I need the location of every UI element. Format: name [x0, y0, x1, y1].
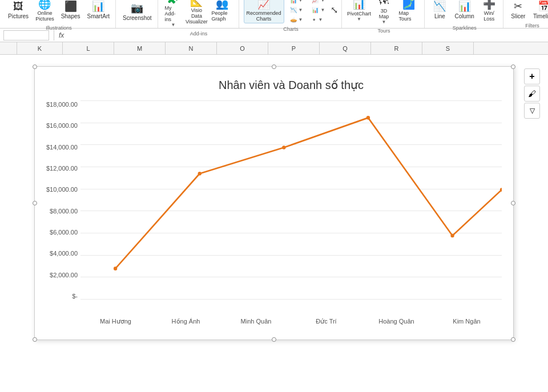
column-chart-arrow: ▼	[299, 0, 303, 3]
col-header-l[interactable]: L	[63, 42, 114, 54]
column-chart-button[interactable]: 📊 ▼	[287, 0, 307, 5]
my-add-ins-arrow: ▼	[171, 22, 176, 27]
y-label-0: $-	[38, 293, 78, 300]
col-header-s[interactable]: S	[422, 42, 474, 54]
data-point-2	[282, 146, 285, 149]
online-pictures-button[interactable]: 🌐 OnlinePictures	[33, 0, 57, 23]
win-loss-button[interactable]: ➕ Win/Loss	[479, 0, 499, 23]
3d-map-button[interactable]: 🗺 3DMap ▼	[373, 0, 394, 26]
smartart-button[interactable]: 📊 SmartArt	[85, 0, 112, 21]
y-label-5: $10,000.00	[38, 186, 78, 193]
pie-chart-arrow: ▼	[299, 17, 303, 22]
ribbon: 🖼 Pictures 🌐 OnlinePictures ⬛ Shapes 📊 S…	[0, 0, 548, 29]
3d-map-arrow: ▼	[382, 19, 386, 25]
filters-label: Filters	[525, 22, 539, 29]
tours-label: Tours	[377, 27, 390, 34]
pivot-chart-button[interactable]: 📊 PivotChart ▼	[346, 0, 371, 23]
main-content: Nhân viên và Doanh số thực $- $2,000.00 …	[0, 55, 548, 392]
illustrations-label: Illustrations	[46, 24, 72, 31]
visio-data-icon: 📐	[190, 0, 203, 7]
column-sparkline-button[interactable]: 📊 Column	[452, 0, 476, 21]
win-loss-icon: ➕	[483, 0, 495, 10]
chart-container[interactable]: Nhân viên và Doanh số thực $- $2,000.00 …	[34, 66, 514, 340]
y-label-4: $8,000.00	[38, 208, 78, 215]
data-point-4	[450, 234, 454, 238]
visio-data-button[interactable]: 📐 Visio DataVisualizer	[186, 0, 207, 26]
line-chart-arrow: ▼	[320, 0, 325, 3]
data-point-3	[366, 116, 370, 120]
y-label-3: $6,000.00	[38, 229, 78, 236]
column-headers: K L M N O P Q R S	[0, 42, 548, 55]
add-chart-element-button[interactable]: +	[524, 68, 540, 84]
map-tours-button[interactable]: 🗾 Map Tours	[396, 0, 421, 23]
line-chart-button[interactable]: 📈 ▼	[308, 0, 328, 5]
add-ins-items: 🧩 My Add-ins ▼ 📐 Visio DataVisualizer 👥 …	[163, 0, 235, 29]
line-sparkline-icon: 📉	[433, 1, 446, 13]
pivot-chart-arrow: ▼	[357, 17, 361, 22]
timeline-button[interactable]: 📅 Timeline	[531, 0, 548, 21]
y-axis: $- $2,000.00 $4,000.00 $6,000.00 $8,000.…	[38, 101, 78, 300]
people-graph-icon: 👥	[216, 0, 228, 10]
screenshot-icon: 📷	[131, 2, 143, 15]
chart-type-buttons: 📊 ▼ 📉 ▼ 🥧 ▼	[287, 0, 307, 24]
screenshot-button[interactable]: 📷 Screenshot	[120, 1, 154, 22]
scatter-chart-button[interactable]: ⚬ ▼	[308, 15, 328, 24]
column-chart-icon: 📊	[290, 0, 297, 3]
right-toolbar: + 🖌 ▽	[522, 66, 542, 121]
plus-icon: +	[529, 71, 534, 82]
x-label-1: Hồng Ánh	[151, 318, 221, 325]
bar-chart-button[interactable]: 📉 ▼	[287, 6, 307, 14]
people-graph-button[interactable]: 👥 People Graph	[209, 0, 235, 23]
chart-plot-area: $- $2,000.00 $4,000.00 $6,000.00 $8,000.…	[80, 101, 502, 300]
filter-icon: ▽	[530, 107, 535, 115]
expand-charts-icon[interactable]: ⤡	[331, 5, 338, 15]
col-header-k[interactable]: K	[17, 42, 63, 54]
filters-items: ✂ Slicer 📅 Timeline	[508, 0, 548, 21]
name-box[interactable]	[3, 30, 49, 41]
pie-chart-button[interactable]: 🥧 ▼	[287, 15, 307, 24]
chart-inner: Nhân viên và Doanh số thực $- $2,000.00 …	[35, 67, 513, 340]
col-header-q[interactable]: Q	[320, 42, 371, 54]
slicer-icon: ✂	[514, 1, 522, 13]
shapes-button[interactable]: ⬛ Shapes	[59, 0, 83, 21]
illustrations-items: 🖼 Pictures 🌐 OnlinePictures ⬛ Shapes 📊 S…	[6, 0, 112, 23]
chart-title: Nhân viên và Doanh số thực	[80, 78, 502, 92]
data-point-0	[114, 266, 117, 270]
pie-chart-icon: 🥧	[290, 17, 297, 23]
col-header-p[interactable]: P	[268, 42, 320, 54]
col-header-o[interactable]: O	[217, 42, 268, 54]
chart-line	[115, 118, 502, 268]
x-label-4: Hoàng Quân	[361, 318, 432, 325]
area-chart-button[interactable]: 📊 ▼	[308, 6, 328, 14]
x-label-0: Mai Hương	[80, 318, 151, 325]
bar-chart-icon: 📉	[290, 7, 297, 13]
data-point-1	[198, 172, 202, 176]
pictures-button[interactable]: 🖼 Pictures	[6, 0, 31, 21]
x-label-2: Minh Quân	[221, 318, 291, 325]
y-label-6: $12,000.00	[38, 165, 78, 172]
tours-group: 📊 PivotChart ▼ 🗺 3DMap ▼ 🗾 Map Tours Tou…	[343, 0, 425, 28]
slicer-button[interactable]: ✂ Slicer	[508, 0, 529, 21]
line-chart-icon: 📈	[312, 0, 319, 3]
x-axis: Mai Hương Hồng Ánh Minh Quân Đức Trí Hoà…	[80, 318, 502, 325]
my-add-ins-button[interactable]: 🧩 My Add-ins ▼	[163, 0, 184, 29]
chart-filters-button[interactable]: ▽	[524, 103, 540, 119]
y-label-8: $16,000.00	[38, 122, 78, 129]
recommended-charts-icon: 📈	[257, 0, 270, 10]
col-header-n[interactable]: N	[166, 42, 217, 54]
filters-group: ✂ Slicer 📅 Timeline Filters	[505, 0, 548, 28]
col-header-r[interactable]: R	[371, 42, 422, 54]
screenshot-group: 📷 Screenshot	[117, 0, 158, 28]
line-sparkline-button[interactable]: 📉 Line	[429, 0, 450, 21]
chart-styles-button[interactable]: 🖌	[524, 86, 540, 102]
x-label-3: Đức Trí	[291, 318, 361, 325]
3d-map-icon: 🗺	[378, 0, 389, 8]
col-header-m[interactable]: M	[114, 42, 166, 54]
sparklines-group: 📉 Line 📊 Column ➕ Win/Loss Sparklines	[426, 0, 503, 28]
recommended-charts-button[interactable]: 📈 RecommendedCharts	[244, 0, 284, 23]
y-label-7: $14,000.00	[38, 144, 78, 151]
area-chart-arrow: ▼	[320, 7, 325, 13]
charts-items: 📈 RecommendedCharts 📊 ▼ 📉 ▼ 🥧 ▼	[244, 0, 339, 24]
scatter-chart-icon: ⚬	[312, 17, 316, 23]
column-sparkline-icon: 📊	[458, 1, 471, 13]
